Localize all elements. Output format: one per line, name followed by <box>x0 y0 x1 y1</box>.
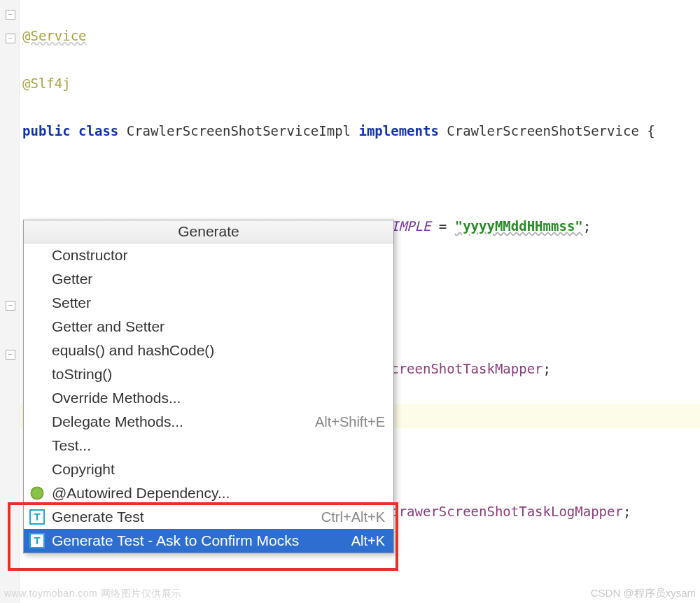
menu-item-constructor[interactable]: Constructor <box>24 243 393 267</box>
code-line <box>20 166 700 190</box>
watermark-left: www.toymoban.com 网络图片仅供展示 <box>4 588 182 600</box>
spring-icon <box>29 485 45 501</box>
test-icon: T <box>29 509 45 525</box>
code-line: public class CrawlerScreenShotServiceImp… <box>20 119 700 143</box>
generate-popup: Generate Constructor Getter Setter Gette… <box>23 220 394 553</box>
menu-item-copyright[interactable]: Copyright <box>24 457 393 481</box>
menu-item-equals-hashcode[interactable]: equals() and hashCode() <box>24 339 393 362</box>
menu-item-getter-setter[interactable]: Getter and Setter <box>24 315 393 339</box>
test-icon: T <box>29 533 45 548</box>
menu-item-setter[interactable]: Setter <box>24 291 393 315</box>
fold-icon[interactable]: − <box>6 10 15 20</box>
code-line: @Service <box>20 24 700 48</box>
menu-item-override[interactable]: Override Methods... <box>24 386 393 410</box>
menu-item-autowired[interactable]: @Autowired Dependency... <box>24 481 393 505</box>
menu-item-test[interactable]: Test... <box>24 434 393 457</box>
fold-icon[interactable]: − <box>6 350 15 360</box>
popup-title: Generate <box>24 220 393 243</box>
code-line: @Slf4j <box>20 71 700 95</box>
menu-item-generate-test[interactable]: TGenerate TestCtrl+Alt+K <box>24 505 393 529</box>
menu-item-getter[interactable]: Getter <box>24 267 393 291</box>
watermark-right: CSDN @程序员xysam <box>591 587 696 600</box>
fold-icon[interactable]: − <box>6 34 15 43</box>
menu-item-delegate[interactable]: Delegate Methods...Alt+Shift+E <box>24 410 393 434</box>
editor-gutter: − − − − <box>0 0 20 603</box>
fold-icon[interactable]: − <box>6 301 15 311</box>
menu-item-tostring[interactable]: toString() <box>24 362 393 386</box>
menu-item-generate-test-mocks[interactable]: TGenerate Test - Ask to Confirm MocksAlt… <box>24 529 393 553</box>
